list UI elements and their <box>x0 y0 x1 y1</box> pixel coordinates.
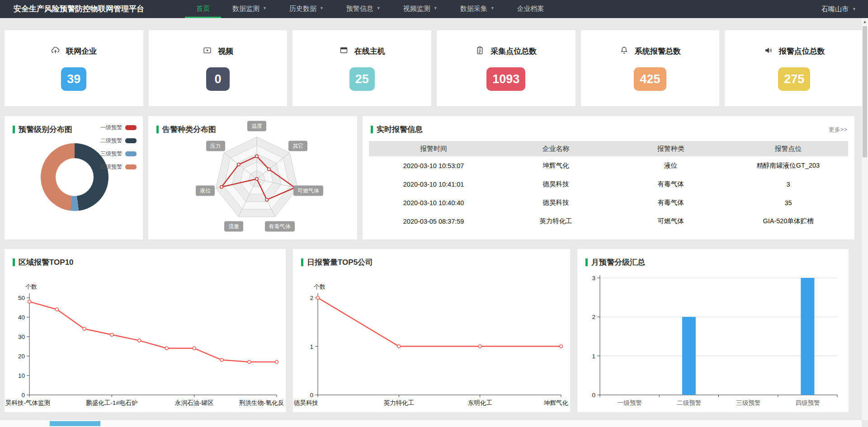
x-tick-label: 永润石油-罐区 <box>175 399 214 406</box>
radar-point <box>268 168 270 170</box>
radar-axis-label: 液位 <box>196 186 215 196</box>
table-row[interactable]: 2020-03-10 10:40:40德昊科技有毒气体35 <box>369 193 848 212</box>
horizontal-scrollbar-thumb[interactable] <box>50 421 100 426</box>
nav-item-video-monitor[interactable]: 视频监测▼ <box>392 0 449 18</box>
nav-item-enterprise-archive[interactable]: 企业档案 <box>506 0 556 18</box>
table-cell: 有毒气体 <box>613 175 728 193</box>
x-tick-label: 荆洪生物-氧化反 <box>239 399 284 406</box>
monthly-level-panel: 月预警分级汇总 0123一级预警二级预警三级预警四级预警 <box>577 249 849 412</box>
y-tick-label: 3 <box>592 275 595 282</box>
nav-item-home[interactable]: 首页 <box>185 0 221 18</box>
donut-chart <box>41 143 108 211</box>
x-tick-label: 德昊科技 <box>294 399 318 406</box>
table-cell: 35 <box>728 193 848 212</box>
donut-hole <box>56 158 94 196</box>
navbar: 安全生产风险预警防控物联网管理平台 首页数据监测▼历史数据▼预警信息▼视频监测▼… <box>0 0 868 18</box>
chevron-down-icon: ▼ <box>491 0 495 17</box>
title-marker <box>156 126 159 133</box>
data-point <box>478 345 481 348</box>
y-tick-label: 50 <box>18 295 25 301</box>
panel-head: 月预警分级汇总 <box>585 257 645 267</box>
vertical-scrollbar[interactable]: ▲ <box>862 18 868 420</box>
chevron-down-icon: ▼ <box>434 0 438 17</box>
data-point <box>28 300 31 303</box>
nav-item-data-collect[interactable]: 数据采集▼ <box>449 0 506 18</box>
legend-label: 三级预警 <box>100 150 122 158</box>
bell-icon <box>619 46 629 57</box>
x-tick-label: 东明化工 <box>468 399 492 406</box>
table-row[interactable]: 2020-03-05 08:37:59英力特化工可燃气体GIA-520单体贮槽 <box>369 212 848 230</box>
panel-title: 区域报警TOP10 <box>19 257 74 267</box>
nav-item-data-monitor[interactable]: 数据监测▼ <box>221 0 278 18</box>
data-point <box>138 339 141 342</box>
stat-card-header: 采集点位总数 <box>475 46 537 57</box>
legend-item[interactable]: 二级预警 <box>100 137 137 145</box>
panel-title: 日报警量TOP5公司 <box>307 257 373 267</box>
radar-point <box>255 155 258 158</box>
nav-item-label: 数据监测 <box>232 0 259 17</box>
legend-item[interactable]: 四级预警 <box>100 163 137 171</box>
alarm-table-header-cell: 报警时间 <box>369 141 498 156</box>
video-icon <box>203 46 212 57</box>
chevron-down-icon: ▼ <box>320 0 324 17</box>
panel-title: 预警级别分布图 <box>19 124 72 135</box>
nav-item-history[interactable]: 历史数据▼ <box>278 0 335 18</box>
chevron-down-icon: ▼ <box>377 0 381 17</box>
bar-chart-svg: 0123一级预警二级预警三级预警四级预警 <box>577 272 849 412</box>
data-point <box>193 347 196 350</box>
stat-value-badge: 0 <box>206 67 230 91</box>
data-point <box>248 360 251 363</box>
x-tick-label: 一级预警 <box>618 399 642 406</box>
alarm-table-header-cell: 报警种类 <box>613 141 728 156</box>
host-icon <box>339 46 349 57</box>
vertical-scrollbar-thumb[interactable] <box>863 26 867 157</box>
table-cell: 精醇南罐液位GT_203 <box>728 156 848 175</box>
pie-legend: 一级预警二级预警三级预警四级预警 <box>100 124 137 171</box>
table-row[interactable]: 2020-03-10 10:53:07坤辉气化液位精醇南罐液位GT_203 <box>369 156 848 175</box>
panel-head: 区域报警TOP10 <box>13 257 74 267</box>
legend-item[interactable]: 一级预警 <box>100 124 137 131</box>
horizontal-scrollbar[interactable] <box>0 420 862 427</box>
realtime-alarm-panel: 实时报警信息 更多>> 报警时间企业名称报警种类报警点位 2020-03-10 … <box>363 116 854 239</box>
daily-top5-chart: 个数012德昊科技英力特化工东明化工坤辉气化 <box>293 272 570 412</box>
y-tick-label: 0 <box>592 392 595 399</box>
stats-row: 联网企业39视频0在线主机25采集点位总数1093系统报警总数425报警点位总数… <box>5 30 863 106</box>
radar-point <box>265 198 268 201</box>
more-link[interactable]: 更多>> <box>829 126 847 134</box>
panel-head: 告警种类分布图 <box>156 124 216 135</box>
table-cell: 可燃气体 <box>613 212 728 230</box>
bar <box>682 317 696 395</box>
alarm-table-header: 报警时间企业名称报警种类报警点位 <box>369 141 848 156</box>
table-cell: 德昊科技 <box>498 175 613 193</box>
stat-value-badge: 39 <box>61 67 86 91</box>
legend-label: 一级预警 <box>100 124 122 131</box>
scroll-up-icon[interactable]: ▲ <box>862 18 868 25</box>
table-cell: 2020-03-10 10:40:40 <box>369 193 498 212</box>
legend-swatch <box>125 151 137 156</box>
app-title: 安全生产风险预警防控物联网管理平台 <box>14 0 144 18</box>
nav-item-alert-info[interactable]: 预警信息▼ <box>335 0 392 18</box>
y-axis-title: 个数 <box>25 283 37 290</box>
legend-swatch <box>125 138 137 143</box>
table-row[interactable]: 2020-03-10 10:41:01德昊科技有毒气体3 <box>369 175 848 193</box>
legend-label: 二级预警 <box>100 137 122 145</box>
data-point <box>83 327 86 330</box>
stat-label: 联网企业 <box>66 46 97 56</box>
region-selector[interactable]: 石嘴山市 ▼ <box>821 0 856 18</box>
legend-item[interactable]: 三级预警 <box>100 150 137 158</box>
data-point <box>397 345 401 348</box>
y-tick-label: 1 <box>592 353 595 360</box>
alarm-table-header-cell: 报警点位 <box>728 141 848 156</box>
data-point <box>55 308 58 311</box>
data-point <box>316 296 320 300</box>
nav-item-label: 企业档案 <box>517 0 544 17</box>
stat-label: 在线主机 <box>354 46 385 56</box>
table-cell: 2020-03-10 10:53:07 <box>369 156 498 175</box>
radar-axis-label: 压力 <box>206 141 225 151</box>
table-cell: 2020-03-10 10:41:01 <box>369 175 498 193</box>
table-cell: 英力特化工 <box>498 212 613 230</box>
y-tick-label: 40 <box>18 314 25 321</box>
radar-point <box>237 163 240 166</box>
daily-top5-panel: 日报警量TOP5公司 个数012德昊科技英力特化工东明化工坤辉气化 <box>293 249 570 412</box>
radar-point <box>255 178 258 180</box>
